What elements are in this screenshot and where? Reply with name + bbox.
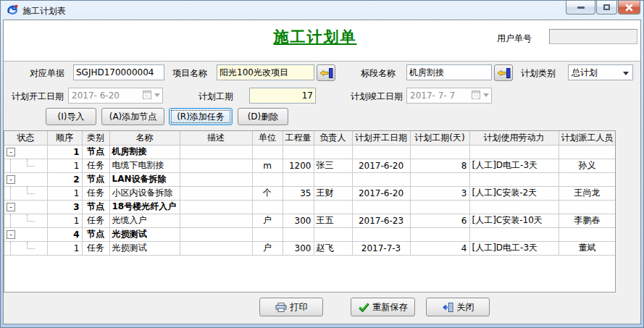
tree-indicator-cell[interactable] (4, 159, 47, 172)
print-button[interactable]: 打印 (259, 298, 323, 316)
cell-seq[interactable]: 4 (47, 227, 82, 241)
column-header[interactable]: 类别 (82, 131, 109, 145)
cell-name[interactable]: 光损测试 (109, 227, 180, 241)
section-lookup-button[interactable] (494, 64, 513, 81)
column-header[interactable]: 计划派工人员 (559, 131, 616, 145)
cell-cat[interactable]: 节点 (82, 227, 109, 241)
cell-seq[interactable]: 1 (47, 145, 82, 159)
cell-start[interactable] (352, 145, 410, 159)
cell-staff[interactable]: 李鹏春 (559, 214, 616, 227)
close-form-button[interactable]: 关闭 (426, 298, 490, 316)
node-row[interactable]: -3节点18号楼光纤入户 (4, 200, 616, 214)
cell-qty[interactable]: 300 (283, 214, 314, 227)
cell-labor[interactable] (469, 227, 559, 241)
cell-days[interactable] (410, 227, 469, 241)
cell-days[interactable] (410, 200, 469, 214)
cell-cat[interactable]: 任务 (82, 159, 109, 172)
task-row[interactable]: 1任务小区内设备拆除个35王财2017-6-203[人工]C安装-2天王尚龙 (4, 186, 616, 200)
cell-qty[interactable]: 1200 (283, 159, 314, 172)
cell-desc[interactable] (180, 172, 252, 186)
cell-unit[interactable]: m (252, 159, 283, 172)
cell-days[interactable] (410, 172, 469, 186)
collapse-icon[interactable]: - (7, 175, 15, 184)
cell-start[interactable] (352, 172, 410, 186)
cell-seq[interactable]: 1 (47, 159, 82, 172)
cell-owner[interactable]: 王五 (314, 214, 352, 227)
cell-labor[interactable]: [人工]D电工-3天 (469, 241, 559, 255)
cell-labor[interactable] (469, 200, 559, 214)
cell-cat[interactable]: 节点 (82, 172, 109, 186)
cell-name[interactable]: 光缆入户 (109, 214, 180, 227)
cell-unit[interactable] (252, 227, 283, 241)
node-row[interactable]: -1节点机房割接 (4, 145, 616, 159)
tree-indicator-cell[interactable] (4, 214, 47, 227)
cell-labor[interactable]: [人工]D电工-3天 (469, 159, 559, 172)
plan-table[interactable]: 状态顺序类别名称描述单位工程量负责人计划开工日期计划工期(天)计划使用劳动力计划… (4, 130, 616, 293)
node-row[interactable]: -2节点LAN设备拆除 (4, 172, 616, 186)
cell-labor[interactable]: [人工]C安装-10天 (469, 214, 559, 227)
titlebar[interactable]: 施工计划表 (1, 1, 643, 20)
cell-desc[interactable] (180, 145, 252, 159)
add-task-button[interactable]: (R)添加任务 (169, 108, 233, 125)
cell-days[interactable]: 6 (410, 214, 469, 227)
cell-staff[interactable] (559, 145, 616, 159)
cell-name[interactable]: 光损测试 (109, 241, 180, 255)
cell-start[interactable] (352, 200, 410, 214)
tree-indicator-cell[interactable]: - (4, 200, 47, 214)
cell-qty[interactable] (283, 145, 314, 159)
cell-staff[interactable]: 董斌 (559, 241, 616, 255)
tree-indicator-cell[interactable]: - (4, 145, 47, 159)
column-header[interactable]: 计划开工日期 (352, 131, 410, 145)
cell-seq[interactable]: 1 (47, 241, 82, 255)
cell-cat[interactable]: 任务 (82, 186, 109, 200)
node-row[interactable]: -4节点光损测试 (4, 227, 616, 241)
cell-qty[interactable] (283, 172, 314, 186)
cell-start[interactable]: 2017-6-20 (352, 159, 410, 172)
cell-staff[interactable] (559, 172, 616, 186)
column-header[interactable]: 名称 (109, 131, 180, 145)
user-no-input[interactable] (549, 29, 637, 44)
project-input[interactable] (217, 64, 314, 80)
cell-seq[interactable]: 2 (47, 172, 82, 186)
maximize-button[interactable] (596, 1, 617, 14)
cell-staff[interactable]: 孙义 (559, 159, 616, 172)
collapse-icon[interactable]: - (7, 230, 15, 239)
collapse-icon[interactable]: - (7, 148, 15, 156)
column-header[interactable]: 计划工期(天) (410, 131, 469, 145)
cell-desc[interactable] (180, 227, 252, 241)
cell-unit[interactable] (252, 145, 283, 159)
cell-unit[interactable]: 户 (252, 241, 283, 255)
column-header[interactable]: 描述 (180, 131, 252, 145)
cell-labor[interactable] (469, 172, 559, 186)
plan-type-select[interactable]: 总计划 (568, 64, 633, 80)
cell-unit[interactable] (252, 200, 283, 214)
cell-days[interactable]: 3 (410, 186, 469, 200)
cell-staff[interactable]: 王尚龙 (559, 186, 616, 200)
cell-name[interactable]: LAN设备拆除 (109, 172, 180, 186)
cell-desc[interactable] (180, 241, 252, 255)
cell-owner[interactable]: 王财 (314, 186, 352, 200)
tree-indicator-cell[interactable]: - (4, 172, 47, 186)
cell-qty[interactable]: 35 (283, 186, 314, 200)
cell-cat[interactable]: 任务 (82, 241, 109, 255)
cell-unit[interactable] (252, 172, 283, 186)
column-header[interactable]: 计划使用劳动力 (469, 131, 559, 145)
cell-cat[interactable]: 节点 (82, 145, 109, 159)
cell-desc[interactable] (180, 214, 252, 227)
column-header[interactable]: 单位 (252, 131, 283, 145)
cell-name[interactable]: 18号楼光纤入户 (109, 200, 180, 214)
tree-indicator-cell[interactable] (4, 241, 47, 255)
cell-owner[interactable] (314, 227, 352, 241)
cell-name[interactable]: 电缆下电割接 (109, 159, 180, 172)
cell-days[interactable] (410, 145, 469, 159)
cell-labor[interactable]: [人工]C安装-2天 (469, 186, 559, 200)
close-button[interactable] (618, 1, 640, 14)
minimize-button[interactable] (566, 1, 595, 14)
cell-staff[interactable] (559, 200, 616, 214)
cell-seq[interactable]: 1 (47, 186, 82, 200)
cell-owner[interactable] (314, 200, 352, 214)
start-date-picker[interactable]: 2017- 6-20 (68, 88, 163, 104)
cell-unit[interactable]: 户 (252, 214, 283, 227)
cell-owner[interactable]: 张三 (314, 159, 352, 172)
cell-qty[interactable] (283, 227, 314, 241)
